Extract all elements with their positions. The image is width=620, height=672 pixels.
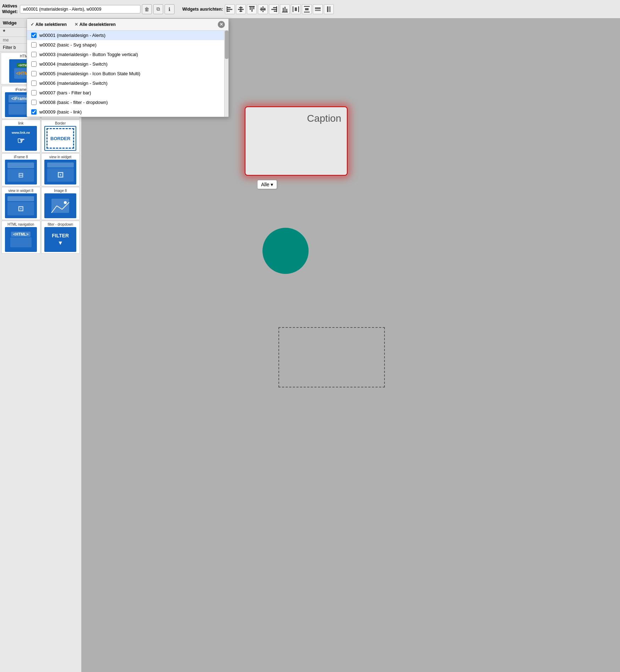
dropdown-scrollbar-area: w00001 (materialdesign - Alerts) w00002 …	[27, 31, 228, 117]
dropdown-item-label-w00008: w00008 (basic - filter - dropdown)	[39, 100, 108, 105]
dropdown-item-label-w00009: w00009 (basic - link)	[39, 109, 82, 115]
align-top-button[interactable]	[247, 4, 257, 14]
widget-tile-link-img: www.link.ne ☞	[5, 126, 37, 151]
svg-rect-26	[295, 7, 297, 11]
svg-rect-1	[227, 9, 232, 10]
dropdown-item-w00002[interactable]: w00002 (basic - Svg shape)	[27, 40, 224, 50]
dropdown-checkbox-w00006[interactable]	[31, 81, 37, 86]
widget-tile-filter-dropdown[interactable]: filter - dropdown FILTER ▼	[41, 221, 80, 254]
dropdown-checkbox-w00007[interactable]	[31, 90, 37, 95]
align-bottom-button[interactable]	[280, 4, 290, 14]
dropdown-item-w00009[interactable]: w00009 (basic - link)	[27, 107, 224, 117]
dropdown-item-w00001[interactable]: w00001 (materialdesign - Alerts)	[27, 31, 224, 40]
dropdown-checkbox-w00008[interactable]	[31, 100, 37, 105]
select-all-label: Alle selektieren	[35, 22, 67, 27]
widgets-ausrichten-label: Widgets ausrichten:	[182, 7, 223, 12]
alle-dropdown-label: Alle	[261, 182, 269, 187]
align-middle-v-button[interactable]	[258, 4, 268, 14]
widget-dropdown-overlay: ✓ Alle selektieren ✕ Alle deselektieren …	[27, 18, 229, 117]
dropdown-checkbox-w00003[interactable]	[31, 52, 37, 57]
align-left-button[interactable]	[225, 4, 235, 14]
dropdown-scrollbar-thumb[interactable]	[225, 31, 228, 59]
widget-tile-iframe8-img: ⊟	[5, 160, 37, 184]
svg-point-44	[64, 201, 67, 204]
widget-tile-filter-dropdown-img: FILTER ▼	[44, 227, 76, 252]
svg-rect-7	[240, 6, 241, 12]
svg-rect-11	[249, 6, 255, 7]
dropdown-item-label-w00004: w00004 (materialdesign - Switch)	[39, 61, 107, 67]
dropdown-close-button[interactable]: ✕	[218, 21, 225, 28]
select-all-check: ✓	[31, 22, 34, 27]
dropdown-item-w00006[interactable]: w00006 (materialdesign - Switch)	[27, 78, 224, 88]
dropdown-checkbox-w00001[interactable]	[31, 33, 37, 38]
select-all-button[interactable]: ✓ Alle selektieren	[31, 22, 67, 27]
svg-rect-30	[315, 7, 321, 9]
svg-rect-33	[329, 6, 331, 12]
widget-tile-html-navigation-img: <HTML>	[5, 227, 37, 252]
copy-widget-button[interactable]: ⧉	[153, 4, 163, 14]
dropdown-scrollbar[interactable]	[224, 31, 228, 117]
svg-rect-32	[327, 6, 328, 12]
widget-select[interactable]: w00001 (materialdesign - Alerts), w00009	[20, 5, 140, 13]
dropdown-item-label-w00003: w00003 (materialdesign - Button Toggle v…	[39, 52, 138, 57]
svg-rect-40	[51, 199, 69, 213]
caption-widget[interactable]: Caption	[245, 106, 348, 176]
dropdown-item-w00005[interactable]: w00005 (materialdesign - Icon Button Sta…	[27, 69, 224, 78]
dropdown-checkbox-w00005[interactable]	[31, 71, 37, 76]
dropdown-checkbox-w00009[interactable]	[31, 109, 37, 115]
same-width-button[interactable]	[313, 4, 323, 14]
svg-rect-17	[271, 9, 277, 10]
dropdown-item-label-w00002: w00002 (basic - Svg shape)	[39, 42, 96, 48]
svg-rect-8	[250, 6, 251, 10]
widget-tile-iframe8[interactable]: iFrame 8 ⊟	[1, 153, 40, 186]
dropdown-item-w00007[interactable]: w00007 (bars - Filter bar)	[27, 88, 224, 98]
aktives-widget-label: AktivesWidget:	[2, 4, 18, 15]
svg-rect-2	[227, 11, 230, 12]
widget-tile-iframe-label: iFrame	[15, 88, 26, 92]
dropdown-item-w00008[interactable]: w00008 (basic - filter - dropdown)	[27, 98, 224, 107]
svg-rect-21	[284, 7, 286, 12]
widget-tile-border-label: Border	[55, 121, 66, 125]
svg-rect-0	[227, 7, 231, 8]
dropdown-item-w00003[interactable]: w00003 (materialdesign - Button Toggle v…	[27, 50, 224, 59]
dropdown-item-label-w00007: w00007 (bars - Filter bar)	[39, 90, 91, 95]
filter-bar-label: Filter b	[3, 45, 16, 50]
dropdown-list: w00001 (materialdesign - Alerts) w00002 …	[27, 31, 224, 117]
dashed-box-widget[interactable]	[278, 327, 385, 387]
dropdown-checkbox-w00002[interactable]	[31, 42, 37, 48]
widget-tile-image8[interactable]: Image 8	[41, 187, 80, 220]
svg-rect-20	[283, 8, 284, 12]
dropdown-item-w00004[interactable]: w00004 (materialdesign - Switch)	[27, 59, 224, 69]
deselect-all-label: Alle deselektieren	[79, 22, 116, 27]
widget-tile-html-navigation-label: HTML navigation	[7, 222, 34, 226]
svg-rect-25	[298, 6, 299, 12]
widget-tile-link[interactable]: link www.link.ne ☞	[1, 120, 40, 153]
dropdown-checkbox-w00004[interactable]	[31, 61, 37, 67]
distribute-v-button[interactable]	[302, 4, 312, 14]
svg-rect-3	[227, 6, 227, 12]
align-center-h-button[interactable]	[236, 4, 246, 14]
align-right-button[interactable]	[269, 4, 279, 14]
distribute-h-button[interactable]	[291, 4, 301, 14]
widget-tile-html-navigation[interactable]: HTML navigation <HTML>	[1, 221, 40, 254]
svg-rect-28	[304, 12, 310, 12]
teal-circle-widget[interactable]	[262, 228, 309, 274]
widget-tile-border[interactable]: Border BORDER	[41, 120, 80, 153]
info-widget-button[interactable]: ℹ	[165, 4, 175, 14]
widget-tile-view-in-widget[interactable]: view in widget ⊡	[41, 153, 80, 186]
alle-dropdown-arrow: ▾	[271, 182, 273, 187]
dropdown-item-label-w00005: w00005 (materialdesign - Icon Button Sta…	[39, 71, 140, 76]
align-icons-group	[225, 4, 334, 14]
alle-dropdown-button[interactable]: Alle ▾	[257, 180, 277, 189]
svg-rect-10	[253, 6, 254, 9]
svg-rect-18	[274, 11, 277, 12]
svg-rect-9	[251, 6, 253, 12]
widget-tile-view-in-widget8[interactable]: view in widget 8 ⊡	[1, 187, 40, 220]
svg-rect-16	[273, 7, 277, 8]
widget-tile-view-in-widget-img: ⊡	[44, 160, 76, 184]
delete-widget-button[interactable]: 🗑	[142, 4, 152, 14]
widget-tile-iframe8-label: iFrame 8	[14, 155, 28, 159]
deselect-all-button[interactable]: ✕ Alle deselektieren	[74, 22, 116, 27]
same-height-button[interactable]	[324, 4, 334, 14]
svg-rect-23	[282, 12, 288, 12]
